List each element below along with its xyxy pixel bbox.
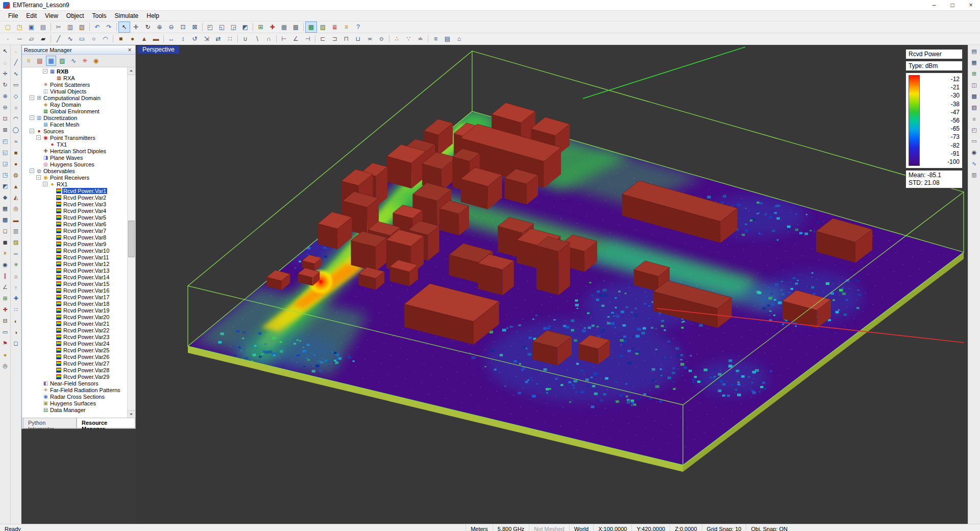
hide-object-button[interactable]: ◻ [0,226,11,236]
create-box-button[interactable]: ■ [115,33,127,44]
view-perspective-button[interactable]: ◆ [0,192,11,203]
tree-item-hertzian-short-dipoles[interactable]: ✚Hertzian Short Dipoles [22,148,128,154]
tree-item-rcvd-power-var8[interactable]: Rcvd Power.Var8 [22,234,128,240]
face-tool-button[interactable]: ▱ [26,33,37,44]
tree-item-rcvd-power-var13[interactable]: Rcvd Power.Var13 [22,267,128,274]
distribute-h-button[interactable]: ≍ [364,33,376,44]
rotate-button[interactable]: ↺ [189,33,201,44]
cylinder-button[interactable]: ● [11,158,21,169]
tree-item-point-scatterers[interactable]: ✳Point Scatterers [22,81,128,88]
tree-item-rcvd-power-var12[interactable]: Rcvd Power.Var12 [22,260,128,267]
cone-button[interactable]: ▲ [11,181,21,191]
redo-button[interactable]: ↷ [103,21,115,33]
tree-item-rcvd-power-var28[interactable]: Rcvd Power.Var28 [22,367,128,373]
circle-button[interactable]: ○ [11,102,21,113]
grid-toggle-button[interactable]: ⊞ [0,293,11,304]
road-button[interactable]: ═ [11,248,21,259]
results-panel-button[interactable]: ▤ [969,46,979,57]
tree-item-rcvd-power-var7[interactable]: Rcvd Power.Var7 [22,227,128,234]
tree-item-point-receivers[interactable]: -◉Point Receivers [22,174,128,181]
mirror-button[interactable]: ⇄ [212,33,224,44]
home-view-button[interactable]: ⌂ [453,33,465,44]
layout-panel-button[interactable]: ◰ [969,125,979,135]
new-project-button[interactable]: ▢ [2,21,14,33]
align-top-button[interactable]: ⊓ [340,33,352,44]
python-console-tab-icon[interactable]: ≡ [23,56,34,66]
draw-rect-button[interactable]: ▭ [76,33,88,44]
terrain-button[interactable]: ▨ [11,237,21,248]
tree-item-ray-domain[interactable]: ◈Ray Domain [22,101,128,108]
view-panel-button[interactable]: ◫ [969,80,979,90]
tree-item-rcvd-power-var17[interactable]: Rcvd Power.Var17 [22,294,128,300]
snap-vertex-button[interactable]: ∵ [403,33,414,44]
find-button[interactable]: ◎ [0,360,11,371]
collapse-icon[interactable]: - [30,168,34,173]
align-bottom-button[interactable]: ⊔ [352,33,364,44]
point-button[interactable]: ∙ [11,46,21,57]
shaded-mode-button[interactable]: ▩ [290,21,302,33]
scroll-up-icon[interactable] [128,67,135,75]
tree-item-far-field-radiation-patterns[interactable]: ✳Far-Field Radiation Patterns [22,387,128,393]
rectangle-button[interactable]: ▭ [11,80,21,90]
tree-item-global-environment[interactable]: ▦Global Environment [22,108,128,114]
wall-button[interactable]: ▥ [11,226,21,236]
layers-button[interactable]: ≡ [430,33,442,44]
dipole-button[interactable]: ✚ [11,293,21,304]
tree-item-data-manager[interactable]: ▤Data Manager [22,406,128,413]
tree-item-rcvd-power-var24[interactable]: Rcvd Power.Var24 [22,340,128,347]
legend-panel-button[interactable]: ▦ [969,57,979,68]
line-button[interactable]: ╱ [11,57,21,68]
grid-panel-button[interactable]: ▥ [969,170,979,180]
zoom-out-button[interactable]: ⊖ [0,102,11,113]
scroll-down-icon[interactable] [128,410,135,418]
collapse-icon[interactable]: - [36,175,41,180]
tree-item-sources[interactable]: -●Sources [22,128,128,134]
rotate-view-button[interactable]: ↻ [142,21,154,33]
pan-button[interactable]: ✛ [130,21,142,33]
pan-hand-button[interactable]: ✛ [0,68,11,79]
select-arrow-button[interactable]: ↖ [0,46,11,57]
wireframe-mode-button[interactable]: ▦ [278,21,290,33]
chart-panel-button[interactable]: ▩ [969,91,979,102]
tree-item-rx1[interactable]: -●RX1 [22,181,128,187]
tree-item-plane-waves[interactable]: ◨Plane Waves [22,154,128,161]
scale-button[interactable]: ⇲ [201,33,212,44]
close-button[interactable]: × [962,0,980,10]
tree-item-rcvd-power-var1[interactable]: Rcvd Power.Var1 [22,187,128,194]
plate-button[interactable]: ▬ [11,214,21,225]
box-button[interactable]: ■ [11,147,21,158]
menu-object[interactable]: Object [62,12,88,20]
mesh-panel-button[interactable]: ⊞ [969,68,979,79]
antennas-tab-icon[interactable]: ✳ [80,56,90,66]
create-plate-button[interactable]: ▬ [150,33,162,44]
waveforms-tab-icon[interactable]: ∿ [68,56,79,66]
lasso-select-button[interactable]: ◌ [0,57,11,68]
ruler-button[interactable]: ∥ [0,271,11,281]
cut-button[interactable]: ✂ [53,21,64,33]
edge-tool-button[interactable]: ─ [14,33,26,44]
scrollbar-thumb[interactable] [128,221,135,257]
zoom-extents-button[interactable]: ⊠ [189,21,201,33]
zoom-in-button[interactable]: ⊕ [0,91,11,102]
viewport-3d[interactable]: Perspective Rcvd Power Type: dBm -12-21-… [136,45,968,524]
vegetation-button[interactable]: ✳ [11,259,21,270]
tree-item-facet-mesh[interactable]: ▦Facet Mesh [22,121,128,128]
tree-item-rcvd-power-var19[interactable]: Rcvd Power.Var19 [22,307,128,313]
material-button[interactable]: ◐ [11,316,21,326]
view-top-button[interactable]: ◰ [0,136,11,147]
save-project-button[interactable]: ▣ [26,21,37,33]
notes-panel-button[interactable]: ▭ [969,136,979,147]
camera-panel-button[interactable]: ◉ [969,147,979,158]
menu-help[interactable]: Help [142,12,163,20]
union-button[interactable]: ∪ [239,33,251,44]
collapse-icon[interactable]: - [43,69,47,74]
draw-line-button[interactable]: ╱ [53,33,64,44]
draw-polyline-button[interactable]: ∿ [64,33,76,44]
tree-item-rcvd-power-var5[interactable]: Rcvd Power.Var5 [22,214,128,221]
print-button[interactable]: ▤ [37,21,49,33]
scene-3d[interactable] [136,45,968,524]
tree-item-discretization[interactable]: -▥Discretization [22,114,128,121]
polygon-button[interactable]: ◇ [11,91,21,102]
sphere-button[interactable]: ◍ [11,170,21,180]
camera-button[interactable]: ◉ [0,259,11,270]
